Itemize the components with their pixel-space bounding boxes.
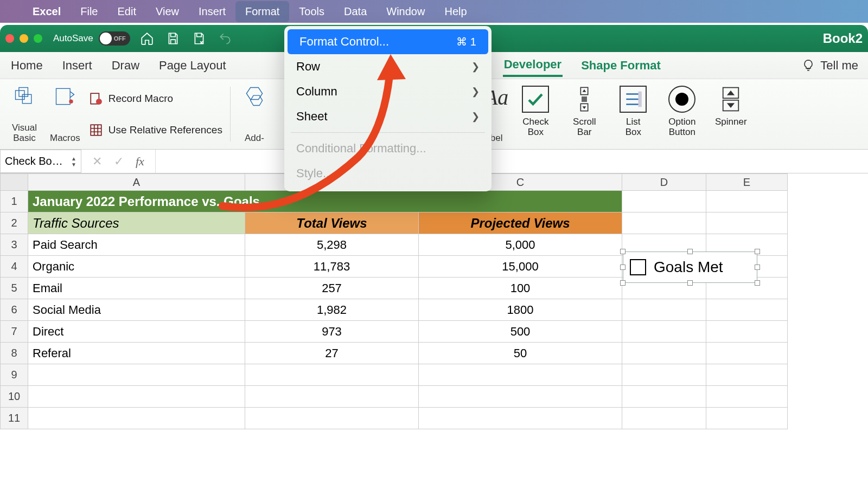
menu-item-column[interactable]: Column❯ <box>284 79 492 104</box>
cancel-formula-icon[interactable]: ✕ <box>92 154 102 169</box>
tab-draw[interactable]: Draw <box>111 55 141 76</box>
row-header-9[interactable]: 9 <box>0 364 28 386</box>
resize-handle[interactable] <box>755 265 760 270</box>
cell-B11[interactable] <box>245 408 419 429</box>
insert-checkbox-button[interactable]: Check Box <box>517 86 554 137</box>
row-header-7[interactable]: 7 <box>0 321 28 343</box>
addins-button[interactable]: Add- <box>238 82 271 146</box>
cell-C4[interactable]: 15,000 <box>419 256 622 278</box>
cell-title[interactable]: January 2022 Performance vs. Goals <box>28 191 622 212</box>
cell-D10[interactable] <box>622 386 706 408</box>
cell-B5[interactable]: 257 <box>245 278 419 299</box>
record-macro-button[interactable]: Record Macro <box>89 88 222 109</box>
save-icon[interactable] <box>166 31 180 46</box>
cell-D11[interactable] <box>622 408 706 429</box>
insert-option-button[interactable]: Option Button <box>663 86 700 137</box>
insert-listbox-button[interactable]: List Box <box>615 86 652 137</box>
use-relative-references-button[interactable]: Use Relative References <box>89 119 222 141</box>
menu-view[interactable]: View <box>146 1 189 22</box>
home-icon[interactable] <box>140 31 154 46</box>
cell-E11[interactable] <box>706 408 788 429</box>
fullscreen-window-button[interactable] <box>34 34 42 43</box>
autosave-control[interactable]: AutoSave OFF <box>53 31 130 46</box>
row-header-10[interactable]: 10 <box>0 386 28 408</box>
fx-icon[interactable]: fx <box>136 154 144 169</box>
tell-me-search[interactable]: Tell me <box>802 59 858 73</box>
row-header-8[interactable]: 8 <box>0 343 28 364</box>
row-header-5[interactable]: 5 <box>0 278 28 299</box>
cell-A2[interactable]: Traffic Sources <box>28 212 245 234</box>
cell-B6[interactable]: 1,982 <box>245 299 419 321</box>
resize-handle[interactable] <box>687 280 693 286</box>
select-all-cell[interactable] <box>0 173 28 191</box>
cell-C3[interactable]: 5,000 <box>419 234 622 256</box>
tab-home[interactable]: Home <box>10 55 44 76</box>
row-header-2[interactable]: 2 <box>0 212 28 234</box>
col-header-A[interactable]: A <box>28 173 245 191</box>
cell-E6[interactable] <box>706 299 788 321</box>
cell-C7[interactable]: 500 <box>419 321 622 343</box>
cell-A3[interactable]: Paid Search <box>28 234 245 256</box>
save-as-icon[interactable] <box>192 31 206 46</box>
menu-help[interactable]: Help <box>435 1 476 22</box>
cell-E1[interactable] <box>706 191 788 212</box>
menu-file[interactable]: File <box>71 1 107 22</box>
visual-basic-button[interactable]: Visual Basic <box>8 82 41 146</box>
tab-insert[interactable]: Insert <box>61 55 93 76</box>
cell-C10[interactable] <box>419 386 622 408</box>
menu-data[interactable]: Data <box>334 1 376 22</box>
name-box[interactable]: Check Bo… ▲▼ <box>0 150 81 173</box>
cell-A11[interactable] <box>28 408 245 429</box>
cell-D6[interactable] <box>622 299 706 321</box>
cell-D2[interactable] <box>622 212 706 234</box>
row-header-11[interactable]: 11 <box>0 408 28 429</box>
row-header-4[interactable]: 4 <box>0 256 28 278</box>
macros-button[interactable]: Macros <box>46 82 85 146</box>
cell-B10[interactable] <box>245 386 419 408</box>
menu-item-row[interactable]: Row❯ <box>284 54 492 79</box>
cell-C2[interactable]: Projected Views <box>419 212 622 234</box>
minimize-window-button[interactable] <box>20 34 28 43</box>
cell-A6[interactable]: Social Media <box>28 299 245 321</box>
insert-spinner-button[interactable]: Spinner <box>712 86 749 127</box>
cell-E9[interactable] <box>706 364 788 386</box>
menu-excel[interactable]: Excel <box>23 1 71 22</box>
enter-formula-icon[interactable]: ✓ <box>114 154 124 169</box>
tab-page-layout[interactable]: Page Layout <box>158 55 227 76</box>
cell-B7[interactable]: 973 <box>245 321 419 343</box>
cell-B9[interactable] <box>245 364 419 386</box>
tab-developer[interactable]: Developer <box>503 54 563 77</box>
cell-C6[interactable]: 1800 <box>419 299 622 321</box>
cell-D9[interactable] <box>622 364 706 386</box>
autosave-toggle[interactable]: OFF <box>99 31 130 46</box>
cell-E2[interactable] <box>706 212 788 234</box>
resize-handle[interactable] <box>620 280 626 286</box>
cell-B2[interactable]: Total Views <box>245 212 419 234</box>
row-header-3[interactable]: 3 <box>0 234 28 256</box>
menu-format[interactable]: Format <box>235 1 289 22</box>
cell-E10[interactable] <box>706 386 788 408</box>
menu-tools[interactable]: Tools <box>289 1 334 22</box>
cell-A9[interactable] <box>28 364 245 386</box>
cell-D7[interactable] <box>622 321 706 343</box>
resize-handle[interactable] <box>755 280 760 286</box>
formula-input[interactable] <box>155 150 868 173</box>
cell-B3[interactable]: 5,298 <box>245 234 419 256</box>
checkbox-form-control[interactable]: Goals Met <box>623 252 757 283</box>
cell-A8[interactable]: Referal <box>28 343 245 364</box>
col-header-E[interactable]: E <box>706 173 788 191</box>
cell-C11[interactable] <box>419 408 622 429</box>
row-header-1[interactable]: 1 <box>0 191 28 212</box>
resize-handle[interactable] <box>687 249 693 254</box>
cell-B4[interactable]: 11,783 <box>245 256 419 278</box>
cell-E8[interactable] <box>706 343 788 364</box>
menu-item-sheet[interactable]: Sheet❯ <box>284 104 492 129</box>
cell-A7[interactable]: Direct <box>28 321 245 343</box>
cell-A10[interactable] <box>28 386 245 408</box>
cell-D1[interactable] <box>622 191 706 212</box>
resize-handle[interactable] <box>755 249 760 254</box>
menu-window[interactable]: Window <box>376 1 435 22</box>
resize-handle[interactable] <box>620 249 626 254</box>
cell-D8[interactable] <box>622 343 706 364</box>
cell-B8[interactable]: 27 <box>245 343 419 364</box>
